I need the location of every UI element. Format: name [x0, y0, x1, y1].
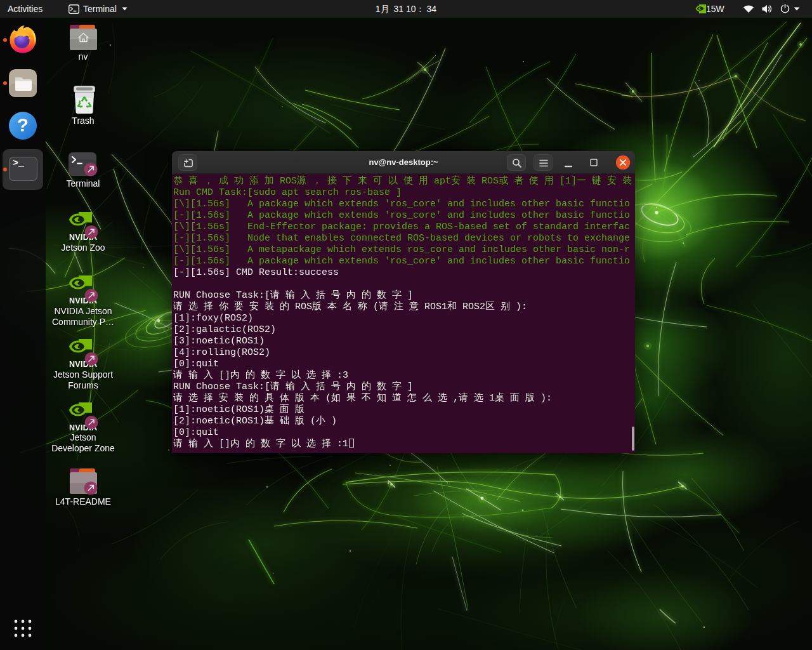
- svg-text:?: ?: [17, 114, 29, 135]
